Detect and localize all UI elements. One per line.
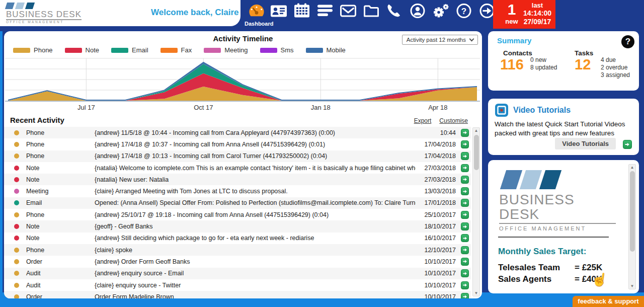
activity-description: Opened: (Anna Ansell) Special Offer From… [95,199,416,206]
nav-calendar[interactable] [293,3,311,19]
activity-row[interactable]: Audit {claire} enquiry source - Twitter … [4,279,471,291]
activity-type-label: Phone [26,141,95,148]
folder-icon [362,3,380,19]
video-tutorials-button[interactable]: Video Tutorials [555,138,616,149]
nav-account[interactable] [409,3,427,19]
open-activity-button[interactable] [461,140,469,148]
video-tutorials-title: Video Tutorials [513,106,571,115]
legend-item: Mobile [306,46,346,54]
brand-panel-brand-text: BUSINESS DESK [499,192,616,224]
open-activity-button[interactable] [461,129,469,137]
arrow-right-icon [462,259,468,264]
nav-lists[interactable] [316,3,334,19]
activity-description: {natalia} Welcome to icomplete.com This … [95,165,416,172]
legend-label: Mobile [327,46,346,54]
sales-target-name: Telesales Team [498,263,575,273]
feedback-support-button[interactable]: feedback & support [573,296,644,307]
activity-description: {claire} enquiry source - Twitter [95,282,416,289]
activity-row[interactable]: Email Opened: (Anna Ansell) Special Offe… [4,197,471,209]
activity-type-label: Order [26,293,95,298]
header-logo-plate: BUSINESS DESK OFFICE MANAGEMENT Welcome … [0,0,240,26]
phone-icon [385,3,404,19]
video-tutorials-go-button[interactable] [623,140,632,149]
mail-envelope-icon [339,3,357,19]
open-activity-button[interactable] [461,199,469,207]
open-activity-button[interactable] [461,293,469,298]
scroll-up-icon[interactable]: ▲ [629,165,635,170]
list-scrollbar-thumb[interactable] [474,135,479,170]
activity-date: 17/04/2018 [416,152,456,160]
summary-title: Summary [497,36,531,45]
nav-documents[interactable] [362,3,380,19]
tasks-note: 2 overdue [601,64,630,71]
open-activity-button[interactable] [461,281,469,289]
open-activity-button[interactable] [461,258,469,266]
activity-row[interactable]: Meeting {claire} Arranged Meeting with T… [4,185,471,197]
activity-row[interactable]: Note {geoff} - Geoff Banks 18/10/2017 [4,220,471,232]
brand-panel-scrollbar[interactable]: ▲ ▼ [628,164,636,289]
activity-date: 12/10/2017 [416,247,456,254]
contacts-label: Contacts [503,49,532,57]
recent-activity-list: Phone {andrew} 11/5/18 @ 10:44 - Incomin… [4,127,471,298]
open-activity-button[interactable] [461,211,469,219]
activity-description: {claire} spoke [95,247,416,254]
open-activity-button[interactable] [461,234,469,242]
nav-help[interactable]: ? [455,3,473,19]
svg-text:?: ? [461,7,466,16]
activity-row[interactable]: Note {andrew} Still deciding which packa… [4,233,471,244]
nav-mail[interactable] [339,3,357,19]
activity-date: 13/03/2018 [416,188,456,195]
scroll-up-icon[interactable]: ▲ [473,128,479,133]
legend-item: Phone [13,46,53,54]
activity-row[interactable]: Phone {andrew} 11/5/18 @ 10:44 - Incomin… [4,127,471,138]
tasks-label: Tasks [575,49,593,57]
activity-type-dot [14,259,19,264]
scroll-down-icon[interactable]: ▼ [473,291,479,295]
activity-type-dot [14,271,19,276]
activity-panel: Activity Timeline Phone Note Email Fax M… [4,31,482,298]
open-activity-button[interactable] [461,222,469,231]
activity-row[interactable]: Note {natalia} Welcome to icomplete.com … [4,162,471,174]
open-activity-button[interactable] [461,269,469,277]
nav-settings[interactable] [432,3,450,19]
activity-date: 27/03/2018 [416,176,456,183]
legend-label: Meeting [224,46,248,54]
notification-box[interactable]: 1 new last 14:14:00 27/09/17 [493,0,555,29]
activity-row[interactable]: Phone {andrew} 17/4/18 @ 10:13 - Incomin… [4,150,471,162]
brand-panel-logo: BUSINESS DESK OFFICE MANAGEMENT [499,170,616,232]
welcome-message: Welcome back, Claire [151,8,239,18]
open-activity-button[interactable] [461,176,469,184]
activity-date: 18/10/2017 [416,223,456,230]
open-activity-button[interactable] [461,187,469,195]
activity-type-dot [14,166,19,171]
activity-type-dot [14,224,19,229]
activity-row[interactable]: Order {andrew} Order Form Geoff Banks 10… [4,256,471,267]
activity-row[interactable]: Phone {andrew} 25/10/17 @ 19:18 - Incomi… [4,209,471,220]
legend-label: Fax [181,46,192,54]
activity-description: {andrew} enquiry source - Email [95,270,416,277]
chart-range-select[interactable]: Activity past 12 months [402,35,478,45]
open-activity-button[interactable] [461,164,469,172]
customise-link[interactable]: Customise [439,117,468,124]
video-icon [495,104,508,117]
arrow-right-icon [462,165,468,171]
export-link[interactable]: Export [414,117,432,124]
open-activity-button[interactable] [461,246,469,254]
activity-row[interactable]: Audit {andrew} enquiry source - Email 10… [4,268,471,279]
summary-help-icon[interactable]: ? [621,35,634,48]
open-activity-button[interactable] [461,152,469,160]
activity-date: 17/04/2018 [416,141,456,148]
list-scrollbar[interactable]: ▲ ▼ [472,127,480,296]
activity-description: {andrew} 17/4/18 @ 10:37 - Incoming call… [95,141,416,148]
activity-row[interactable]: Order Order Form Madeline Brown 10/10/20… [4,291,471,298]
nav-contacts[interactable] [270,3,288,19]
scroll-down-icon[interactable]: ▼ [629,284,635,288]
activity-row[interactable]: Phone {claire} spoke 12/10/2017 [4,244,471,256]
activity-row[interactable]: Phone {andrew} 17/4/18 @ 10:37 - Incomin… [4,138,471,150]
brand-scrollbar-thumb[interactable] [630,171,635,252]
nav-phone[interactable] [385,3,404,19]
nav-dashboard[interactable]: Dashboard [247,3,265,19]
arrow-right-icon [462,200,468,206]
activity-description: Order Form Madeline Brown [95,293,416,298]
activity-row[interactable]: Note {natalia} New user: Natalia 27/03/2… [4,174,471,185]
